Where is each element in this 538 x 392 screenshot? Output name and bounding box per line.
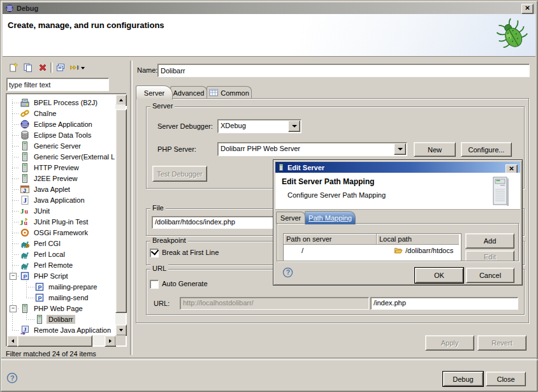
revert-button[interactable]: Revert	[477, 335, 527, 351]
table-icon	[209, 88, 219, 98]
dialog-heading: Edit Server Path Mapping	[282, 177, 374, 186]
junitp-icon	[20, 217, 30, 227]
tree-item[interactable]: Perl Local	[20, 249, 67, 259]
collapse-all-button[interactable]	[54, 62, 67, 73]
url-path-input[interactable]: /index.php	[370, 297, 518, 310]
filter-button[interactable]	[68, 62, 81, 73]
toolbar-separator	[50, 62, 53, 73]
tree-item[interactable]: mailing-send	[34, 293, 90, 303]
footer-separator	[1, 358, 538, 360]
col-local-path[interactable]: Local path	[377, 234, 459, 245]
db-icon	[20, 130, 30, 140]
folder-icon	[394, 246, 403, 255]
chain-icon	[20, 108, 30, 119]
tree-item[interactable]: Generic Server	[20, 141, 83, 151]
test-debugger-button[interactable]: Test Debugger	[152, 166, 207, 182]
ok-button[interactable]: OK	[415, 268, 463, 283]
server-debugger-combo[interactable]: XDebug	[217, 119, 302, 133]
close-button[interactable]: Close	[486, 372, 526, 386]
filter-menu-arrow[interactable]	[81, 67, 85, 71]
camel-icon	[20, 249, 30, 259]
tree-item[interactable]: PHP Script	[20, 271, 70, 281]
bpel-icon	[20, 98, 30, 108]
rjava-icon	[20, 325, 30, 335]
window-title: Debug	[17, 4, 38, 12]
title-bar[interactable]: Debug ✕	[3, 3, 535, 14]
duplicate-config-button[interactable]	[22, 62, 34, 73]
add-button[interactable]: Add	[465, 233, 514, 249]
close-icon[interactable]: ✕	[521, 4, 534, 14]
osgi-icon	[20, 228, 30, 238]
tree-expander[interactable]: −	[10, 305, 17, 312]
tree-item[interactable]: JUnit	[20, 206, 52, 216]
tree-scroll-down[interactable]	[115, 324, 127, 336]
tree-item[interactable]: Perl CGI	[20, 238, 62, 249]
tab-advanced[interactable]: Advanced	[170, 86, 207, 99]
tree-item[interactable]: Eclipse Data Tools	[20, 130, 93, 140]
cancel-button[interactable]: Cancel	[466, 268, 514, 283]
tree-item[interactable]: JUnit Plug-in Test	[20, 217, 90, 227]
dialog-title-bar[interactable]: Edit Server ✕	[275, 162, 520, 173]
tree-scroll-thumb[interactable]	[115, 109, 127, 313]
tab-common[interactable]: Common	[207, 86, 252, 99]
auto-generate-label: Auto Generate	[162, 280, 208, 287]
url-base-input[interactable]: http://localhostdolibarr/	[180, 297, 369, 310]
server-debugger-label: Server Debugger:	[157, 122, 213, 130]
camelg-icon	[20, 238, 30, 249]
col-path-on-server[interactable]: Path on server	[284, 234, 377, 245]
dialog-help-button[interactable]	[282, 267, 293, 278]
tab-server[interactable]: Server	[136, 85, 173, 99]
filter-input[interactable]	[6, 78, 109, 91]
tree-item[interactable]: OSGi Framework	[20, 228, 90, 238]
configure-button[interactable]: Configure...	[461, 142, 512, 157]
name-label: Name:	[137, 66, 157, 74]
tree-guide	[12, 99, 13, 330]
new-server-button[interactable]: New	[414, 142, 456, 157]
dialog-tab-path-mapping[interactable]: Path Mapping	[305, 211, 356, 224]
debug-dialog-window: Debug ✕ Create, manage, and run configur…	[0, 0, 538, 392]
tree-item[interactable]: HTTP Preview	[20, 163, 81, 173]
apply-button[interactable]: Apply	[425, 335, 474, 351]
tree-item[interactable]: mailing-prepare	[34, 282, 99, 292]
tree-item[interactable]: Dolibarr	[34, 314, 75, 324]
panel-sash[interactable]	[130, 61, 133, 355]
japplet-icon	[20, 184, 30, 194]
break-first-line-label: Break at First Line	[162, 249, 219, 256]
config-tree: BPEL Process (B2J)ChaîneEclipse Applicat…	[6, 93, 127, 347]
tree-expander[interactable]: −	[10, 273, 17, 280]
tree-hscroll-right[interactable]	[105, 335, 116, 347]
debug-button[interactable]: Debug	[443, 372, 483, 386]
server-icon	[20, 141, 30, 151]
tree-item[interactable]: Chaîne	[20, 108, 58, 119]
delete-config-button[interactable]	[36, 62, 49, 73]
tree-item[interactable]: Remote Java Application	[20, 325, 113, 335]
tree-item[interactable]: Perl Remote	[20, 260, 75, 270]
junit-icon	[20, 206, 30, 216]
tree-item[interactable]: Java Application	[20, 195, 87, 205]
tree-guide	[26, 314, 27, 319]
php-icon	[20, 271, 30, 281]
help-button[interactable]	[6, 372, 18, 384]
auto-generate-checkbox[interactable]	[150, 280, 159, 289]
server-icon	[20, 152, 30, 162]
break-first-line-checkbox[interactable]	[150, 249, 159, 258]
php-server-combo[interactable]: Dolibarr PHP Web Server	[217, 142, 407, 156]
tree-item[interactable]: Eclipse Application	[20, 119, 94, 129]
edit-button[interactable]: Edit	[465, 250, 514, 261]
name-input[interactable]	[157, 64, 530, 77]
tree-hscroll-thumb[interactable]	[17, 335, 92, 347]
tree-item[interactable]: PHP Web Page	[20, 303, 85, 314]
filter-status: Filter matched 24 of 24 items	[6, 350, 96, 358]
path-mapping-panel: Path on server Local path / /dolibarr/ht…	[277, 223, 519, 261]
server-tower-icon	[492, 177, 510, 206]
tree-item[interactable]: J2EE Preview	[20, 173, 79, 184]
table-row[interactable]: / /dolibarr/htdocs	[284, 245, 461, 256]
eclipse-icon	[5, 4, 14, 13]
dialog-tab-server[interactable]: Server	[276, 212, 305, 224]
banner-title: Create, manage, and run configurations	[8, 20, 164, 30]
new-config-button[interactable]	[7, 62, 20, 73]
camel-icon	[20, 260, 30, 270]
tree-item[interactable]: BPEL Process (B2J)	[20, 98, 99, 108]
tree-item[interactable]: Java Applet	[20, 184, 72, 194]
tree-item[interactable]: Generic Server(External La	[20, 152, 115, 162]
